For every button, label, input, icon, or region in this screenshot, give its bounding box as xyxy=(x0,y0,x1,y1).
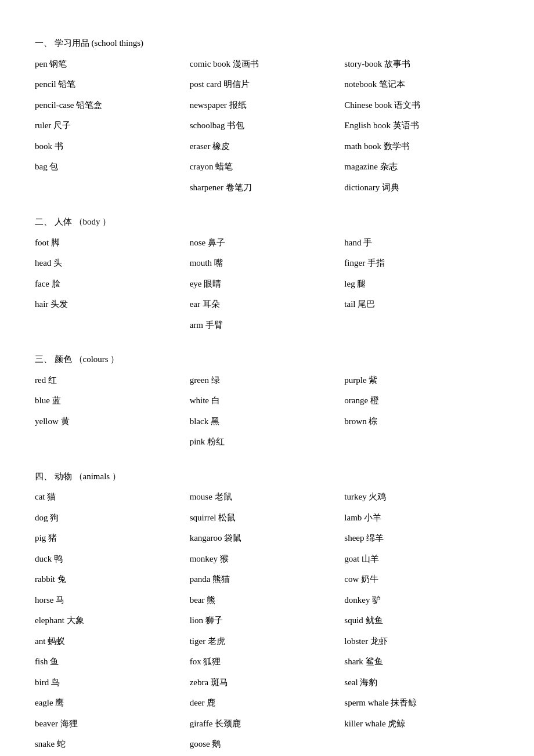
vocab-item-s3-r11-c0: beaver 海狸 xyxy=(35,715,190,733)
vocab-item-s0-r6-c2: dictionary 词典 xyxy=(344,179,499,197)
vocab-item-s3-r0-c2: turkey 火鸡 xyxy=(344,489,499,506)
vocab-item-s3-r2-c1: kangaroo 袋鼠 xyxy=(190,530,345,547)
vocab-item-s0-r0-c0: pen 钢笔 xyxy=(35,56,190,73)
vocab-item-s3-r8-c0: fish 鱼 xyxy=(35,653,190,671)
vocab-item-s2-r3-c0 xyxy=(35,433,190,451)
vocab-grid-1: foot 脚nose 鼻子hand 手head 头mouth 嘴finger 手… xyxy=(35,234,499,334)
vocab-item-s3-r0-c0: cat 猫 xyxy=(35,489,190,506)
vocab-item-s1-r1-c1: mouth 嘴 xyxy=(190,255,345,272)
section-header-3: 四、 动物 （animals ） xyxy=(35,468,499,486)
vocab-item-s0-r3-c1: schoolbag 书包 xyxy=(190,117,345,135)
vocab-item-s3-r11-c1: giraffe 长颈鹿 xyxy=(190,715,345,733)
vocab-item-s3-r4-c1: panda 熊猫 xyxy=(190,571,345,588)
vocab-item-s2-r3-c2 xyxy=(344,433,499,451)
vocab-item-s2-r1-c2: orange 橙 xyxy=(344,392,499,410)
vocab-item-s3-r8-c2: shark 鲨鱼 xyxy=(344,653,499,671)
vocab-item-s3-r10-c1: deer 鹿 xyxy=(190,694,345,712)
vocab-item-s0-r2-c1: newspaper 报纸 xyxy=(190,97,345,114)
vocab-item-s3-r4-c0: rabbit 兔 xyxy=(35,571,190,588)
vocab-item-s3-r5-c1: bear 熊 xyxy=(190,592,345,609)
section-section3: 三、 颜色 （colours ）red 红green 绿purple 紫blue… xyxy=(35,351,499,451)
vocab-item-s1-r2-c2: leg 腿 xyxy=(344,276,499,293)
vocab-item-s3-r1-c1: squirrel 松鼠 xyxy=(190,509,345,527)
vocab-item-s3-r3-c2: goat 山羊 xyxy=(344,551,499,568)
vocab-item-s2-r2-c2: brown 棕 xyxy=(344,413,499,431)
vocab-item-s2-r0-c2: purple 紫 xyxy=(344,372,499,389)
vocab-item-s0-r0-c2: story-book 故事书 xyxy=(344,56,499,73)
vocab-item-s0-r1-c1: post card 明信片 xyxy=(190,76,345,93)
vocab-item-s0-r2-c0: pencil-case 铅笔盒 xyxy=(35,97,190,114)
vocab-item-s3-r3-c1: monkey 猴 xyxy=(190,551,345,568)
vocab-item-s3-r6-c0: elephant 大象 xyxy=(35,612,190,630)
vocab-item-s2-r0-c0: red 红 xyxy=(35,372,190,389)
vocab-item-s3-r1-c0: dog 狗 xyxy=(35,509,190,527)
vocab-item-s3-r9-c0: bird 鸟 xyxy=(35,674,190,692)
vocab-item-s0-r4-c2: math book 数学书 xyxy=(344,138,499,155)
vocab-item-s3-r0-c1: mouse 老鼠 xyxy=(190,489,345,506)
vocab-item-s3-r11-c2: killer whale 虎鲸 xyxy=(344,715,499,733)
vocab-item-s3-r7-c0: ant 蚂蚁 xyxy=(35,633,190,650)
vocab-item-s3-r2-c0: pig 猪 xyxy=(35,530,190,547)
vocab-item-s1-r4-c0 xyxy=(35,317,190,334)
vocab-item-s2-r2-c1: black 黑 xyxy=(190,413,345,431)
section-section2: 二、 人体 （body ）foot 脚nose 鼻子hand 手head 头mo… xyxy=(35,214,499,334)
vocab-item-s0-r2-c2: Chinese book 语文书 xyxy=(344,97,499,114)
vocab-item-s0-r3-c2: English book 英语书 xyxy=(344,117,499,135)
vocab-item-s1-r2-c0: face 脸 xyxy=(35,276,190,293)
vocab-item-s3-r7-c1: tiger 老虎 xyxy=(190,633,345,650)
vocab-item-s1-r3-c2: tail 尾巴 xyxy=(344,296,499,313)
vocab-item-s3-r8-c1: fox 狐狸 xyxy=(190,653,345,671)
section-section1: 一、 学习用品 (school things)pen 钢笔comic book … xyxy=(35,35,499,196)
section-header-1: 二、 人体 （body ） xyxy=(35,214,499,231)
section-section4: 四、 动物 （animals ）cat 猫mouse 老鼠turkey 火鸡do… xyxy=(35,468,499,757)
vocab-grid-2: red 红green 绿purple 紫blue 蓝white 白orange … xyxy=(35,372,499,451)
vocab-item-s3-r6-c2: squid 鱿鱼 xyxy=(344,612,499,630)
vocab-item-s1-r4-c2 xyxy=(344,317,499,334)
vocab-item-s3-r9-c2: seal 海豹 xyxy=(344,674,499,692)
vocab-item-s3-r9-c1: zebra 斑马 xyxy=(190,674,345,692)
vocab-item-s3-r5-c2: donkey 驴 xyxy=(344,592,499,609)
section-header-2: 三、 颜色 （colours ） xyxy=(35,351,499,368)
vocab-item-s3-r12-c1: goose 鹅 xyxy=(190,736,345,753)
vocab-item-s2-r1-c0: blue 蓝 xyxy=(35,392,190,410)
vocab-item-s0-r5-c1: crayon 蜡笔 xyxy=(190,158,345,176)
vocab-item-s3-r12-c0: snake 蛇 xyxy=(35,736,190,753)
vocab-item-s1-r1-c2: finger 手指 xyxy=(344,255,499,272)
vocab-item-s3-r5-c0: horse 马 xyxy=(35,592,190,609)
vocab-item-s1-r0-c1: nose 鼻子 xyxy=(190,234,345,252)
vocab-item-s2-r3-c1: pink 粉红 xyxy=(190,433,345,451)
vocab-item-s2-r1-c1: white 白 xyxy=(190,392,345,410)
vocab-item-s1-r3-c0: hair 头发 xyxy=(35,296,190,313)
vocab-item-s0-r6-c1: sharpener 卷笔刀 xyxy=(190,179,345,197)
vocab-item-s3-r6-c1: lion 狮子 xyxy=(190,612,345,630)
vocab-item-s0-r4-c0: book 书 xyxy=(35,138,190,155)
vocab-item-s1-r4-c1: arm 手臂 xyxy=(190,317,345,334)
vocab-item-s0-r0-c1: comic book 漫画书 xyxy=(190,56,345,73)
vocab-item-s3-r7-c2: lobster 龙虾 xyxy=(344,633,499,650)
section-header-0: 一、 学习用品 (school things) xyxy=(35,35,499,52)
vocab-item-s1-r0-c2: hand 手 xyxy=(344,234,499,252)
vocab-item-s0-r4-c1: eraser 橡皮 xyxy=(190,138,345,155)
vocab-grid-3: cat 猫mouse 老鼠turkey 火鸡dog 狗squirrel 松鼠la… xyxy=(35,489,499,756)
vocab-grid-0: pen 钢笔comic book 漫画书story-book 故事书pencil… xyxy=(35,56,499,197)
vocab-item-s1-r2-c1: eye 眼睛 xyxy=(190,276,345,293)
vocab-item-s3-r12-c2 xyxy=(344,736,499,753)
vocab-item-s3-r10-c0: eagle 鹰 xyxy=(35,694,190,712)
vocab-item-s0-r5-c2: magazine 杂志 xyxy=(344,158,499,176)
vocab-item-s0-r1-c0: pencil 铅笔 xyxy=(35,76,190,93)
vocab-item-s3-r2-c2: sheep 绵羊 xyxy=(344,530,499,547)
vocab-item-s2-r0-c1: green 绿 xyxy=(190,372,345,389)
vocab-item-s0-r6-c0 xyxy=(35,179,190,197)
vocab-item-s1-r3-c1: ear 耳朵 xyxy=(190,296,345,313)
vocab-item-s2-r2-c0: yellow 黄 xyxy=(35,413,190,431)
vocab-item-s3-r4-c2: cow 奶牛 xyxy=(344,571,499,588)
vocab-item-s1-r0-c0: foot 脚 xyxy=(35,234,190,252)
vocab-item-s0-r3-c0: ruler 尺子 xyxy=(35,117,190,135)
vocab-item-s1-r1-c0: head 头 xyxy=(35,255,190,272)
vocab-item-s3-r1-c2: lamb 小羊 xyxy=(344,509,499,527)
vocab-item-s3-r10-c2: sperm whale 抹香鲸 xyxy=(344,694,499,712)
vocab-item-s0-r1-c2: notebook 笔记本 xyxy=(344,76,499,93)
vocab-item-s0-r5-c0: bag 包 xyxy=(35,158,190,176)
page-content: 一、 学习用品 (school things)pen 钢笔comic book … xyxy=(35,35,499,756)
vocab-item-s3-r3-c0: duck 鸭 xyxy=(35,551,190,568)
